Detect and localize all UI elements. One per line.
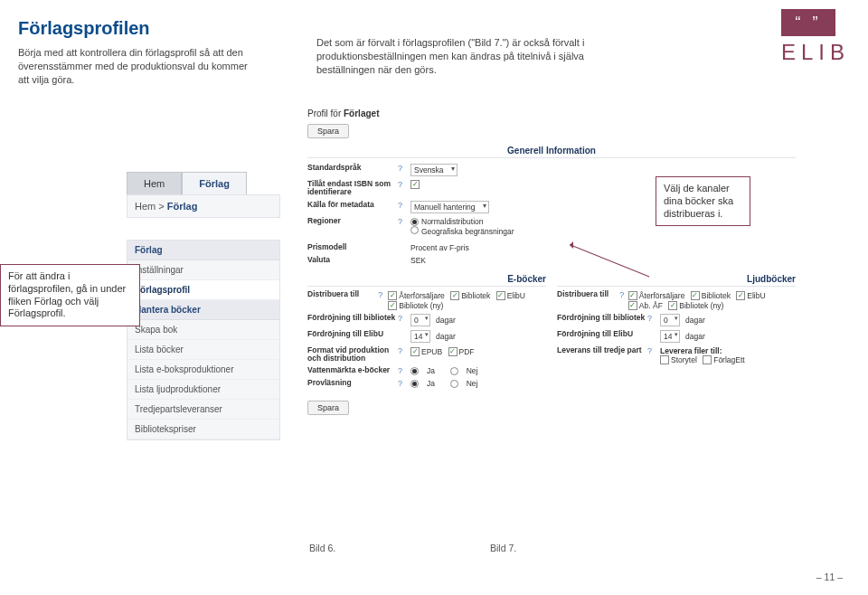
opt-lb-abaf: Ab. ÅF <box>639 301 663 310</box>
checkbox-epub[interactable]: ✓ <box>410 347 420 356</box>
checkbox-eb-bibliotek[interactable]: ✓ <box>450 291 459 300</box>
caption-bild6: Bild 6. <box>309 543 335 553</box>
checkbox-lb-abaf[interactable]: ✓ <box>628 301 637 310</box>
unit-days: dagar <box>685 316 705 325</box>
unit-days: dagar <box>436 316 456 325</box>
opt-no: Nej <box>467 379 478 388</box>
breadcrumb: Hem > Förlag <box>127 194 280 218</box>
help-icon[interactable]: ? <box>619 290 628 299</box>
intro-text-2: Det som är förvalt i förlagsprofilen ("B… <box>316 36 588 77</box>
checkbox-lb-aterforsaljare[interactable]: ✓ <box>628 291 637 300</box>
label-watermark: Vattenmärkta e-böcker <box>307 366 398 374</box>
help-icon[interactable]: ? <box>398 217 410 226</box>
opt-eb-bibliotek: Bibliotek <box>461 291 490 300</box>
section-general-info: Generell Information <box>307 146 796 158</box>
help-icon[interactable]: ? <box>647 346 660 355</box>
opt-no: Nej <box>467 366 478 375</box>
opt-eb-bibliotek-ny: Bibliotek (ny) <box>399 301 443 310</box>
page-number: – 11 – <box>816 571 843 582</box>
heading-ljudbocker: Ljudböcker <box>557 274 796 287</box>
radio-sample-no[interactable] <box>450 380 458 388</box>
callout-pointer-arrow-icon <box>566 241 573 249</box>
help-icon[interactable]: ? <box>398 346 410 355</box>
tab-hem[interactable]: Hem <box>127 172 182 194</box>
checkbox-forlagett[interactable] <box>703 355 712 364</box>
select-eb-delay-bib[interactable]: 0 <box>410 314 430 326</box>
checkbox-eb-aterforsaljare[interactable]: ✓ <box>388 291 397 300</box>
label-sample: Provläsning <box>307 379 398 387</box>
checkbox-lb-bibliotek-ny[interactable]: ✓ <box>668 301 677 310</box>
label-standard-lang: Standardspråk <box>307 164 398 172</box>
menu-item-bibliotekspriser[interactable]: Bibliotekspriser <box>127 420 279 439</box>
label-pricemodel: Prismodell <box>307 243 398 251</box>
select-lb-delay-elibu[interactable]: 14 <box>660 330 680 343</box>
opt-yes: Ja <box>427 379 435 388</box>
opt-lb-bibliotek-ny: Bibliotek (ny) <box>679 301 723 310</box>
menu-item-lista-ljud[interactable]: Lista ljudproduktioner <box>127 380 279 400</box>
checkbox-pdf[interactable]: ✓ <box>448 347 458 356</box>
breadcrumb-forlag: Förlag <box>167 201 198 212</box>
help-icon[interactable]: ? <box>398 164 410 173</box>
label-valuta: Valuta <box>307 256 398 264</box>
menu-group-forlag: Förlag <box>127 241 279 260</box>
label-eb-delay-bib: Fördröjning till bibliotek <box>307 314 398 322</box>
radio-sample-yes[interactable] <box>410 380 419 388</box>
checkbox-lb-elibu[interactable]: ✓ <box>736 291 745 300</box>
checkbox-storytel[interactable] <box>660 355 669 364</box>
menu-item-tredjeparts[interactable]: Tredjepartsleveranser <box>127 400 279 420</box>
help-icon[interactable]: ? <box>398 201 410 210</box>
opt-lb-aterforsaljare: Återförsäljare <box>639 291 685 300</box>
opt-forlagett: FörlagEtt <box>713 355 745 364</box>
select-eb-delay-elibu[interactable]: 14 <box>410 330 430 343</box>
help-icon[interactable]: ? <box>398 379 410 388</box>
intro-text: Börja med att kontrollera din förlagspro… <box>18 46 253 87</box>
caption-bild7: Bild 7. <box>490 543 516 553</box>
radio-watermark-no[interactable] <box>450 367 458 375</box>
radio-watermark-yes[interactable] <box>410 367 419 375</box>
help-icon[interactable]: ? <box>398 180 410 189</box>
checkbox-isbn[interactable]: ✓ <box>410 180 420 189</box>
opt-lb-bibliotek: Bibliotek <box>702 291 731 300</box>
tab-forlag[interactable]: Förlag <box>182 172 247 194</box>
profile-heading: Profil för Förlaget <box>307 109 796 118</box>
breadcrumb-hem[interactable]: Hem > <box>135 201 165 212</box>
profile-for-label: Profil för <box>307 109 341 118</box>
callout-left: För att ändra i förlagsprofilen, gå in u… <box>0 264 140 326</box>
save-button-top[interactable]: Spara <box>307 124 349 138</box>
label-eb-dist: Distribuera till <box>307 290 378 298</box>
tabbar: Hem Förlag <box>127 172 280 194</box>
help-icon[interactable]: ? <box>398 314 410 323</box>
opt-epub: EPUB <box>421 347 442 356</box>
menu-item-forlagsprofil[interactable]: Förlagsprofil <box>127 280 279 300</box>
checkbox-eb-bibliotek-ny[interactable]: ✓ <box>388 301 397 310</box>
label-lb-delay-elibu: Fördröjning till ElibU <box>557 330 647 338</box>
bild7-screenshot: Profil för Förlaget Spara Generell Infor… <box>307 109 796 415</box>
menu-item-skapa-bok[interactable]: Skapa bok <box>127 320 279 340</box>
checkbox-lb-bibliotek[interactable]: ✓ <box>691 291 700 300</box>
checkbox-eb-elibu[interactable]: ✓ <box>496 291 505 300</box>
select-lb-delay-bib[interactable]: 0 <box>660 314 680 326</box>
menu-item-lista-bocker[interactable]: Lista böcker <box>127 340 279 360</box>
radio-geo-limit[interactable] <box>410 226 419 234</box>
save-button-bottom[interactable]: Spara <box>307 401 349 415</box>
label-metadata: Källa för metadata <box>307 201 398 209</box>
menu-item-lista-ebok[interactable]: Lista e-boksproduktioner <box>127 360 279 380</box>
select-metadata[interactable]: Manuell hantering <box>410 201 489 213</box>
select-standard-lang[interactable]: Svenska <box>410 164 458 176</box>
menu-item-installningar[interactable]: Inställningar <box>127 260 279 280</box>
opt-storytel: Storytel <box>671 355 697 364</box>
row-standard-lang: Standardspråk ? Svenska <box>307 164 796 176</box>
label-isbn: Tillåt endast ISBN som identifierare <box>307 180 398 197</box>
help-icon[interactable]: ? <box>378 290 388 299</box>
label-eb-delay-elibu: Fördröjning till ElibU <box>307 330 398 338</box>
unit-days: dagar <box>685 332 705 341</box>
label-regions: Regioner <box>307 217 398 225</box>
help-icon[interactable]: ? <box>647 314 660 323</box>
opt-eb-aterforsaljare: Återförsäljare <box>399 291 445 300</box>
help-icon[interactable]: ? <box>398 366 410 375</box>
logo-text: ELIB <box>781 40 850 65</box>
opt-pdf: PDF <box>459 347 475 356</box>
value-pricemodel: Procent av F-pris <box>410 243 469 252</box>
radio-normal-dist[interactable] <box>410 218 419 226</box>
label-leverera-head: Leverera filer till: <box>660 346 749 355</box>
